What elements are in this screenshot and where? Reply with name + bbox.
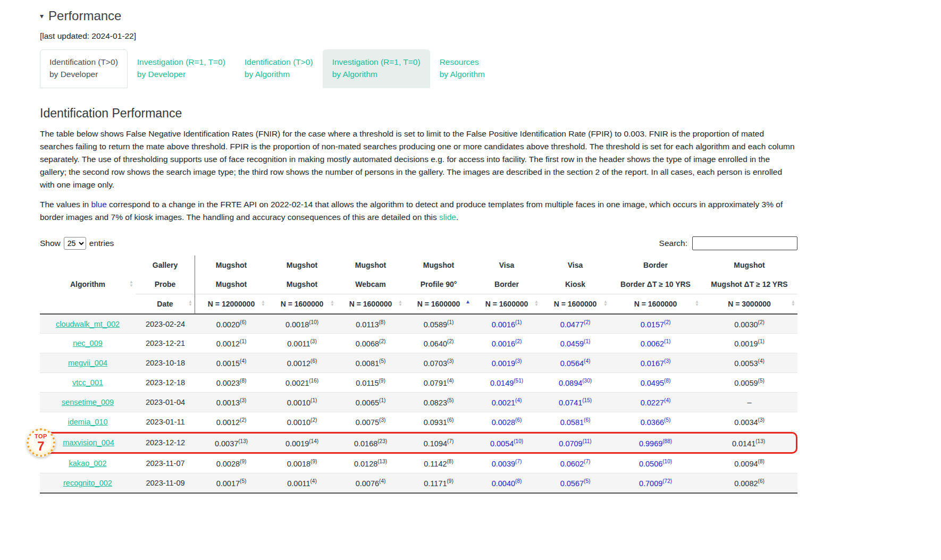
- n-header[interactable]: N = 1600000▲▼: [610, 294, 701, 315]
- table-row: idemia_0102023-01-110.0012(2)0.0010(2)0.…: [40, 412, 797, 432]
- sort-desc-icon: ▼: [791, 304, 795, 308]
- metric-value: 0.0068: [356, 340, 379, 348]
- tab-2[interactable]: Investigation (R=1, T=0)by Developer: [128, 49, 235, 88]
- n-header[interactable]: N = 1600000▲▼: [541, 294, 610, 315]
- probe-header: Profile 90°: [405, 275, 473, 294]
- metric-cell: 0.0018(10): [267, 315, 337, 334]
- row-header-date[interactable]: Date▲▼: [136, 294, 195, 315]
- metric-cell: 0.0062(1): [610, 334, 701, 353]
- n-header[interactable]: N = 3000000▲▼: [701, 294, 797, 315]
- algorithm-link[interactable]: idemia_010: [68, 418, 108, 426]
- table-row: megvii_0042023-10-180.0015(4)0.0012(6)0.…: [40, 353, 797, 373]
- metric-cell: 0.0021(4): [473, 393, 541, 412]
- metric-value: 0.0028: [492, 418, 515, 427]
- algorithm-link[interactable]: sensetime_009: [62, 398, 114, 406]
- slide-link[interactable]: slide: [439, 213, 456, 222]
- algorithm-link[interactable]: vtcc_001: [72, 378, 103, 387]
- algorithm-cell: recognito_002: [40, 473, 136, 494]
- metric-value: 0.0021: [285, 379, 309, 387]
- tab-5[interactable]: Resourcesby Algorithm: [430, 49, 494, 88]
- metric-value: 0.0012: [216, 340, 240, 348]
- algorithm-link[interactable]: maxvision_004: [63, 438, 114, 447]
- metric-cell: 0.0567(5): [541, 473, 610, 494]
- metric-value: 0.0012: [216, 418, 240, 427]
- n-header[interactable]: N = 1600000▲▼: [337, 294, 405, 315]
- metric-value: 0.0018: [287, 460, 310, 468]
- metric-rank: (7): [584, 459, 590, 464]
- n-header[interactable]: N = 1600000▲▼: [267, 294, 337, 315]
- metric-cell: 0.0640(2): [405, 334, 473, 353]
- metric-rank: (5): [664, 417, 670, 423]
- algorithm-link[interactable]: recognito_002: [63, 479, 112, 487]
- metric-value: 0.0011: [287, 340, 310, 348]
- metric-value: 0.0017: [216, 479, 240, 488]
- metric-cell: 0.0823(5): [405, 393, 473, 412]
- algorithm-cell: idemia_010: [40, 412, 136, 432]
- n-header-label: N = 1600000: [485, 300, 528, 308]
- n-header[interactable]: N = 12000000▲▼: [195, 294, 267, 315]
- algorithm-cell: maxvision_004TOP7: [40, 432, 136, 454]
- metric-rank: (8): [240, 378, 246, 384]
- metric-rank: (8): [447, 459, 453, 464]
- metric-rank: (7): [515, 459, 522, 464]
- algorithm-cell: vtcc_001: [40, 373, 136, 393]
- metric-value: 0.0113: [356, 320, 379, 328]
- table-row: vtcc_0012023-12-180.0023(8)0.0021(16)0.0…: [40, 373, 797, 393]
- metric-rank: (1): [447, 319, 453, 325]
- sort-icons: ▲▼: [129, 281, 133, 288]
- metric-rank: (5): [240, 478, 246, 484]
- metric-rank: (15): [582, 397, 592, 403]
- tab-3[interactable]: Identification (T>0)by Algorithm: [235, 49, 323, 88]
- algorithm-link[interactable]: nec_009: [73, 339, 103, 347]
- tab-4[interactable]: Investigation (R=1, T=0)by Algorithm: [323, 49, 430, 88]
- metric-value: 0.0019: [492, 359, 515, 368]
- metric-value: 0.0602: [560, 460, 584, 468]
- metric-rank: (4): [240, 358, 246, 364]
- probe-header: Mugshot: [195, 275, 267, 294]
- n-header-label: N = 12000000: [208, 300, 255, 308]
- collapse-caret-icon[interactable]: ▾: [40, 12, 44, 20]
- entries-select[interactable]: 25: [64, 237, 86, 250]
- metric-cell: 0.0709(11): [541, 432, 610, 454]
- metric-value: 0.0065: [356, 398, 379, 407]
- table-row: nec_0092023-12-210.0012(1)0.0011(3)0.006…: [40, 334, 797, 353]
- n-header-label: N = 1600000: [554, 300, 597, 308]
- metric-rank: (10): [514, 438, 523, 444]
- metric-cell: 0.0564(4): [541, 353, 610, 373]
- metric-cell: 0.0019(1): [701, 334, 797, 353]
- n-header[interactable]: N = 1600000▲▼: [473, 294, 541, 315]
- tab-1[interactable]: Identification (T>0)by Developer: [40, 49, 128, 88]
- column-header-algorithm[interactable]: Algorithm▲▼: [40, 256, 136, 315]
- algorithm-link[interactable]: megvii_004: [68, 359, 107, 367]
- metric-cell: 0.0012(6): [267, 353, 337, 373]
- gallery-header: Mugshot: [701, 256, 797, 275]
- metric-value: 0.0128: [354, 460, 377, 468]
- metric-rank: (4): [515, 397, 522, 403]
- metric-value: 0.0013: [216, 398, 240, 407]
- metric-cell: 0.0602(7): [541, 454, 610, 473]
- gallery-header: Visa: [541, 256, 610, 275]
- metric-value: 0.0019: [285, 439, 309, 447]
- n-header[interactable]: N = 1600000▲▼: [405, 294, 473, 315]
- metric-rank: (10): [309, 319, 318, 325]
- table-row: kakao_0022023-11-070.0028(9)0.0018(9)0.0…: [40, 454, 797, 473]
- metric-rank: (3): [310, 338, 317, 344]
- algorithm-link[interactable]: cloudwalk_mt_002: [56, 320, 120, 328]
- algorithm-link[interactable]: kakao_002: [69, 459, 107, 468]
- metric-cell: 0.0054(10): [473, 432, 541, 454]
- metric-value: 0.0640: [424, 340, 447, 348]
- sort-desc-icon: ▼: [261, 304, 265, 308]
- page-title: Performance: [48, 9, 121, 23]
- metric-value: 0.0016: [492, 320, 515, 328]
- metric-value: 0.0459: [560, 340, 584, 348]
- top-7-badge: TOP7: [27, 428, 55, 457]
- metric-rank: (9): [447, 478, 453, 484]
- metric-rank: (1): [584, 338, 590, 344]
- sort-desc-icon: ▼: [188, 304, 192, 308]
- tab-label-line2: by Algorithm: [440, 68, 485, 80]
- metric-cell: 0.0168(23): [337, 432, 405, 454]
- search-input[interactable]: [692, 236, 797, 250]
- tab-label-line1: Identification (T>0): [49, 56, 118, 68]
- tab-label-line2: by Algorithm: [332, 68, 421, 80]
- sort-desc-icon: ▼: [129, 284, 133, 288]
